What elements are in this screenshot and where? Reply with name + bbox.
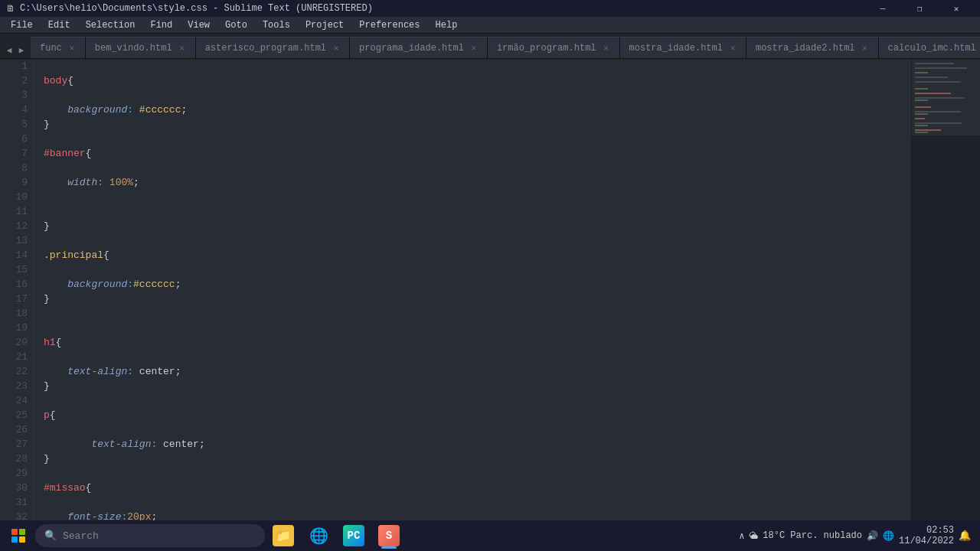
code-line-22: text-align: center; bbox=[44, 364, 911, 379]
taskbar-pycharm[interactable]: PC bbox=[337, 521, 371, 550]
menu-help[interactable]: Help bbox=[428, 17, 466, 34]
line-num-16: 16 bbox=[0, 277, 28, 292]
search-label: Search bbox=[63, 530, 99, 542]
menu-tools[interactable]: Tools bbox=[255, 17, 298, 34]
code-line-27: text-align: center; bbox=[44, 437, 911, 452]
taskbar-search[interactable]: 🔍 Search bbox=[35, 524, 265, 547]
tab-label: irmão_program.html bbox=[497, 43, 596, 54]
taskbar-right: ∧ 🌥 18°C Parc. nublado 🔊 🌐 02:53 11/04/2… bbox=[739, 525, 977, 546]
line-num-18: 18 bbox=[0, 306, 28, 321]
code-line-19 bbox=[44, 321, 911, 335]
code-line-2: body{ bbox=[44, 73, 911, 88]
tab-next[interactable]: ▶ bbox=[15, 41, 28, 58]
menu-file[interactable]: File bbox=[3, 17, 41, 34]
clock-time: 02:53 bbox=[899, 525, 954, 536]
line-num-27: 27 bbox=[0, 437, 28, 452]
editor-area: 1 2 3 4 5 6 7 8 9 10 11 12 13 14 15 16 1… bbox=[0, 59, 980, 533]
code-line-17: } bbox=[44, 292, 911, 306]
chrome-icon: 🌐 bbox=[308, 525, 329, 546]
line-num-7: 7 bbox=[0, 146, 28, 161]
taskbar-chrome[interactable]: 🌐 bbox=[302, 521, 335, 550]
sublime-icon: S bbox=[378, 525, 400, 546]
volume-icon[interactable]: 🔊 bbox=[867, 530, 878, 542]
line-num-4: 4 bbox=[0, 103, 28, 117]
tab-asterisco[interactable]: asterisco_program.html ✕ bbox=[196, 37, 350, 58]
menu-edit[interactable]: Edit bbox=[41, 17, 78, 34]
line-num-10: 10 bbox=[0, 190, 28, 204]
tab-prev[interactable]: ◀ bbox=[3, 41, 15, 58]
code-line-5: } bbox=[44, 117, 911, 132]
menu-preferences[interactable]: Preferences bbox=[351, 17, 427, 34]
code-line-11 bbox=[44, 204, 911, 219]
pycharm-icon: PC bbox=[343, 525, 364, 546]
code-line-28: } bbox=[44, 452, 911, 466]
code-line-23: } bbox=[44, 379, 911, 393]
windows-logo-red bbox=[11, 529, 18, 535]
tab-programa-idade[interactable]: programa_idade.html ✕ bbox=[350, 37, 488, 58]
tray-expand-icon[interactable]: ∧ bbox=[739, 530, 744, 542]
line-num-8: 8 bbox=[0, 161, 28, 175]
tab-label: calculo_imc.html bbox=[888, 43, 976, 54]
menu-selection[interactable]: Selection bbox=[78, 17, 143, 34]
tab-label: programa_idade.html bbox=[359, 43, 464, 54]
close-button[interactable]: ✕ bbox=[939, 0, 974, 17]
tab-close-mostra-idade[interactable]: ✕ bbox=[727, 43, 738, 54]
code-line-4: background: #cccccc; bbox=[44, 103, 911, 117]
app-icon: 🗎 bbox=[6, 3, 15, 15]
line-num-29: 29 bbox=[0, 466, 28, 481]
tab-close-mostra-idade2[interactable]: ✕ bbox=[860, 43, 871, 54]
line-num-2: 2 bbox=[0, 73, 28, 88]
menu-project[interactable]: Project bbox=[298, 17, 351, 34]
line-num-24: 24 bbox=[0, 393, 28, 408]
windows-logo-icon bbox=[11, 529, 25, 543]
search-icon: 🔍 bbox=[44, 530, 57, 542]
line-num-30: 30 bbox=[0, 481, 28, 495]
tab-close-bem-vindo[interactable]: ✕ bbox=[177, 43, 188, 54]
code-line-26 bbox=[44, 422, 911, 437]
line-num-3: 3 bbox=[0, 88, 28, 103]
tab-func[interactable]: func ✕ bbox=[31, 37, 86, 58]
line-num-31: 31 bbox=[0, 495, 28, 510]
menu-view[interactable]: View bbox=[180, 17, 217, 34]
taskbar-file-explorer[interactable]: 📁 bbox=[266, 521, 300, 550]
tab-close-asterisco[interactable]: ✕ bbox=[331, 43, 341, 54]
tab-label: asterisco_program.html bbox=[205, 43, 326, 54]
restore-button[interactable]: ❐ bbox=[902, 0, 937, 17]
window-title: C:\Users\helio\Documents\style.css - Sub… bbox=[20, 3, 373, 14]
code-line-29 bbox=[44, 466, 911, 481]
network-icon[interactable]: 🌐 bbox=[883, 530, 894, 542]
code-line-3 bbox=[44, 88, 911, 103]
tab-close-programa-idade[interactable]: ✕ bbox=[469, 43, 479, 54]
start-button[interactable] bbox=[3, 521, 34, 550]
tab-close-func[interactable]: ✕ bbox=[67, 43, 77, 54]
menu-find[interactable]: Find bbox=[142, 17, 180, 34]
taskbar-clock[interactable]: 02:53 11/04/2022 bbox=[899, 525, 954, 546]
minimize-button[interactable]: — bbox=[865, 0, 900, 17]
tab-irmao[interactable]: irmão_program.html ✕ bbox=[488, 37, 620, 58]
tab-mostra-idade2[interactable]: mostra_idade2.html ✕ bbox=[746, 37, 879, 58]
file-explorer-icon: 📁 bbox=[273, 525, 294, 546]
code-line-24 bbox=[44, 393, 911, 408]
taskbar-tray: ∧ 🌥 18°C Parc. nublado 🔊 🌐 bbox=[739, 530, 894, 542]
tab-calculo-imc[interactable]: calculo_imc.html ✕ bbox=[879, 37, 980, 58]
line-num-13: 13 bbox=[0, 233, 28, 248]
line-num-1: 1 bbox=[0, 59, 28, 73]
tab-bar: ◀ ▶ func ✕ bem_vindo.html ✕ asterisco_pr… bbox=[0, 34, 980, 59]
menu-goto[interactable]: Goto bbox=[217, 17, 255, 34]
line-num-28: 28 bbox=[0, 452, 28, 466]
code-line-20: h1{ bbox=[44, 335, 911, 350]
weather-icon: 🌥 bbox=[749, 530, 758, 542]
clock-date: 11/04/2022 bbox=[899, 536, 954, 546]
title-bar: 🗎 C:\Users\helio\Documents\style.css - S… bbox=[0, 0, 980, 17]
code-area[interactable]: body{ background: #cccccc; } #banner{ wi… bbox=[34, 59, 911, 533]
code-line-18 bbox=[44, 306, 911, 321]
code-line-9: width: 100%; bbox=[44, 175, 911, 190]
tab-close-irmao[interactable]: ✕ bbox=[601, 43, 612, 54]
tab-mostra-idade[interactable]: mostra_idade.html ✕ bbox=[620, 37, 746, 58]
code-line-30: #missao{ bbox=[44, 481, 911, 495]
line-num-6: 6 bbox=[0, 132, 28, 146]
notification-icon[interactable]: 🔔 bbox=[959, 530, 971, 542]
line-num-20: 20 bbox=[0, 335, 28, 350]
taskbar-sublime[interactable]: S bbox=[372, 521, 406, 550]
tab-bem-vindo[interactable]: bem_vindo.html ✕ bbox=[86, 37, 196, 58]
